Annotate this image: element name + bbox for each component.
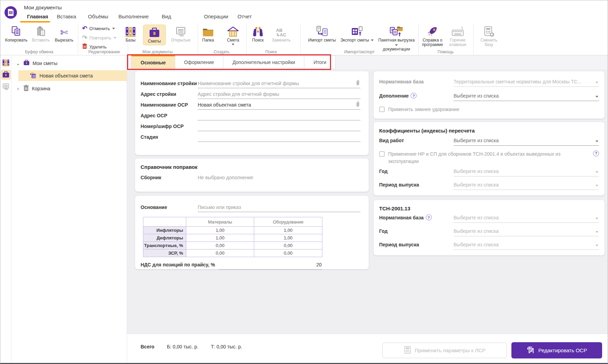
rail-documents-icon[interactable] xyxy=(1,82,11,92)
ribbon-tab-report[interactable]: Отчет xyxy=(238,13,252,22)
tsn-base-select[interactable]: Выберите из списка xyxy=(454,214,599,223)
paste-button[interactable]: Вставить xyxy=(30,25,52,43)
chevron-down-icon[interactable]: ⌄ xyxy=(16,61,20,66)
copy-button[interactable]: Копировать xyxy=(4,25,29,43)
bases-button[interactable]: Базы xyxy=(121,25,140,43)
rail-estimates-icon[interactable] xyxy=(1,70,11,80)
osr-address-input[interactable] xyxy=(198,112,360,120)
help-icon[interactable]: ? xyxy=(593,151,599,156)
apply-parameters-button[interactable]: Применить параметры к ЛСР xyxy=(382,343,507,358)
ribbon-tab-view[interactable]: Вид xyxy=(162,13,171,22)
nr-sp-checkbox-label: Применение НР и СП для сборников ТСН-200… xyxy=(388,151,575,165)
group-help: Справка опрограмме Горячиеклавиши Помощь xyxy=(420,23,471,55)
period-label: Период выпуска xyxy=(379,182,454,190)
cell[interactable]: 0,00 xyxy=(186,242,254,249)
ribbon-tab-operations[interactable]: Операции xyxy=(204,13,228,22)
tab-main[interactable]: Основные xyxy=(131,55,175,69)
open-documents-button[interactable]: Открытые xyxy=(169,25,193,43)
create-estimate-button[interactable]: Смета xyxy=(223,25,243,45)
replace-button[interactable]: AB↳AC Заменить xyxy=(270,25,293,43)
redo-dropdown-icon[interactable] xyxy=(114,37,116,39)
replace-icon: AB↳AC xyxy=(276,25,286,37)
osr-number-input[interactable] xyxy=(198,123,360,131)
tab-formatting[interactable]: Оформление xyxy=(175,55,224,69)
winter-checkbox[interactable] xyxy=(379,107,385,112)
group-change-base: Сменитьбазу xyxy=(475,23,503,55)
table-row: ЗСР, % 0,00 0,00 xyxy=(143,249,322,257)
ribbon-tab-volumes[interactable]: Объёмы xyxy=(88,13,108,22)
chevron-right-icon[interactable]: › xyxy=(16,86,20,91)
osr-name-input[interactable] xyxy=(198,101,360,110)
hotkeys-button[interactable]: Горячиеклавиши xyxy=(446,25,469,47)
col-header xyxy=(143,217,186,227)
col-header-materials: Материалы xyxy=(186,217,254,227)
import-icon xyxy=(316,25,328,37)
search-button[interactable]: Поиск xyxy=(248,25,268,43)
tsn-period-select[interactable]: Выберите из списка xyxy=(454,241,599,250)
construction-name-input[interactable] xyxy=(198,80,360,88)
redo-button[interactable]: ↷ Повторить xyxy=(82,34,116,42)
nr-sp-checkbox[interactable] xyxy=(379,151,385,157)
collection-value: Не выбрано дополнение xyxy=(198,175,253,180)
cell[interactable]: 1,00 xyxy=(186,227,254,234)
building-crane-icon xyxy=(30,72,37,80)
help-icon[interactable]: ? xyxy=(426,215,432,220)
edit-osr-button[interactable]: Редактировать ОСР xyxy=(511,342,602,358)
undo-button[interactable]: ↶ Отменить xyxy=(82,25,116,32)
about-button[interactable]: Справка опрограмме xyxy=(420,25,445,47)
tree-item-new-object-estimate[interactable]: Новая объектная смета xyxy=(18,70,127,81)
vat-input[interactable] xyxy=(219,261,322,270)
base-total: Б: 0,00 тыс. р. xyxy=(167,344,198,349)
tab-additional-settings[interactable]: Дополнительные настройки xyxy=(223,55,304,69)
chevron-down-icon xyxy=(596,171,598,173)
paperclip-icon[interactable] xyxy=(355,80,360,87)
undo-dropdown-icon[interactable] xyxy=(112,28,115,29)
create-folder-button[interactable]: Папка xyxy=(198,25,218,43)
ribbon-tab-home[interactable]: Главная xyxy=(27,13,48,22)
change-base-button[interactable]: Сменитьбазу xyxy=(477,25,501,47)
batch-upload-button[interactable]: Пакетная выгрузка документации xyxy=(376,25,417,52)
basis-input[interactable] xyxy=(198,204,360,212)
construction-address-input[interactable] xyxy=(198,91,360,99)
tab-totals[interactable]: Итоги xyxy=(304,55,336,69)
addition-select[interactable]: Выберите из списка xyxy=(454,92,599,101)
bases-icon xyxy=(125,25,136,37)
ribbon-tab-insert[interactable]: Вставка xyxy=(57,13,76,22)
work-type-select[interactable]: Выберите из списка xyxy=(454,137,599,146)
cell[interactable]: 0,00 xyxy=(254,242,322,249)
divider xyxy=(246,25,247,54)
period-select[interactable]: Выберите из списка xyxy=(454,181,599,190)
help-icon[interactable]: ? xyxy=(411,93,417,99)
open-windows-icon xyxy=(175,25,186,37)
tree-item-trash[interactable]: › Корзина xyxy=(16,85,50,92)
import-estimate-button[interactable]: Импорт сметы xyxy=(306,25,338,43)
normative-base-select[interactable]: Территориальные сметные нормативы для Мо… xyxy=(454,78,599,87)
basis-label: Основание xyxy=(141,204,198,212)
tree-item-my-estimates[interactable]: ⌄ Мои сметы xyxy=(16,60,57,67)
cell[interactable]: 1,00 xyxy=(254,234,322,242)
create-estimate-dropdown-icon[interactable] xyxy=(232,44,234,45)
ribbon-tab-execution[interactable]: Выполнение xyxy=(118,13,149,22)
export-dropdown-icon[interactable] xyxy=(371,39,374,41)
cell[interactable]: 0,00 xyxy=(254,249,322,257)
delete-button[interactable]: Удалить xyxy=(82,43,116,50)
year-label: Год xyxy=(379,169,454,176)
export-estimate-button[interactable]: Экспорт сметы xyxy=(339,25,375,43)
batch-dropdown-icon[interactable] xyxy=(395,44,398,46)
estimates-button[interactable]: Сметы xyxy=(143,25,166,45)
table-row: Инфляторы 1,00 1,00 xyxy=(143,227,322,234)
cell[interactable]: 1,00 xyxy=(186,234,254,242)
cell[interactable]: 1,00 xyxy=(254,227,322,234)
footer-bar: Всего Б: 0,00 тыс. р. Т: 0,00 тыс. р. Пр… xyxy=(127,334,608,363)
tsn-year-select[interactable]: Выберите из списка xyxy=(454,228,599,236)
cut-button[interactable]: ✄ Вырезать xyxy=(53,25,75,43)
rocket-icon xyxy=(427,25,438,37)
osr-main-card: Наименование стройки Адрес стройки xyxy=(135,71,369,155)
chevron-down-icon xyxy=(596,96,598,98)
cell[interactable]: 0,00 xyxy=(186,249,254,257)
rail-bases-icon[interactable] xyxy=(1,58,11,67)
paperclip-icon[interactable] xyxy=(355,101,360,108)
stage-input[interactable] xyxy=(198,134,360,142)
year-select[interactable]: Выберите из списка xyxy=(454,168,599,176)
calculator-icon xyxy=(404,346,411,355)
